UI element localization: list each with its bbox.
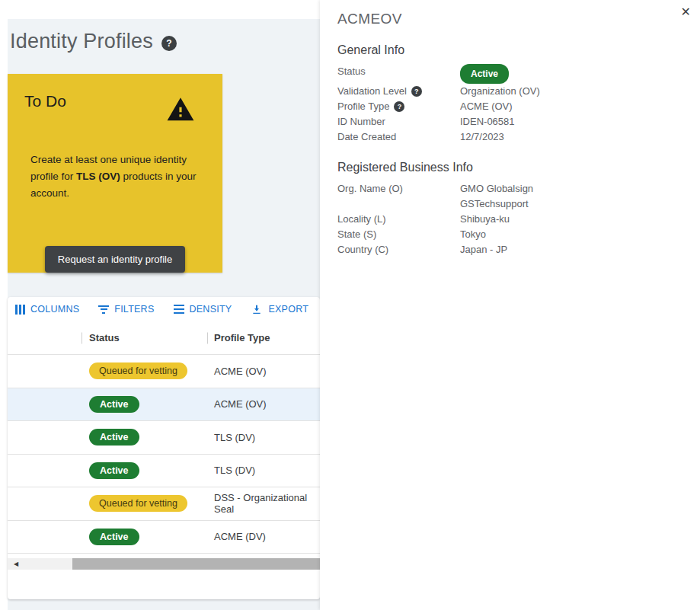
todo-card: To Do Create at least one unique identit… [8,74,222,273]
filters-button[interactable]: FILTERS [98,304,154,315]
table-row[interactable]: Queued for vetting DSS - Organizational … [8,487,320,521]
profile-type-cell: ACME (DV) [207,531,320,542]
density-button-label: DENSITY [190,304,232,315]
status-badge: Queued for vetting [89,362,187,379]
panel-sections: General Info Status Active Validation Le… [337,43,685,257]
info-value: Shibuya-ku [460,212,685,227]
info-label: Org. Name (O) [337,181,403,196]
profile-detail-panel: ✕ ACMEOV General Info Status Active Vali… [320,0,700,610]
info-label: Locality (L) [337,212,386,227]
table-row[interactable]: Active TLS (DV) [8,421,320,455]
info-label: Country (C) [337,242,388,257]
table-body: Queued for vetting ACME (OV) Active ACME… [8,355,320,554]
download-icon [251,303,263,315]
profile-type-cell: ACME (OV) [207,366,320,377]
identity-profiles-page: Identity Profiles ? To Do Create at leas… [8,19,320,610]
info-label: Status [337,64,366,79]
warning-icon [165,95,197,124]
table-row[interactable]: Active ACME (OV) [8,388,320,422]
scroll-left-arrow[interactable]: ◀ [8,561,18,567]
export-button-label: EXPORT [268,304,308,315]
info-label: Profile Type [337,99,389,114]
todo-card-header: To Do [24,92,206,124]
status-badge: Active [89,396,139,413]
info-value: Tokyo [460,227,685,242]
help-icon[interactable]: ? [394,101,404,112]
column-header-status[interactable]: Status [82,332,207,343]
page-title: Identity Profiles [10,30,153,53]
close-icon[interactable]: ✕ [676,2,695,23]
info-value: IDEN-06581 [460,114,685,129]
todo-title: To Do [24,92,66,110]
filters-button-label: FILTERS [114,304,154,315]
profile-type-cell: TLS (DV) [207,432,320,443]
scrollbar-thumb[interactable] [72,558,320,570]
export-button[interactable]: EXPORT [251,303,308,315]
todo-message: Create at least one unique identity prof… [30,152,201,202]
status-badge: Active [89,529,139,545]
info-value: Active [460,64,685,84]
info-value: GMO GlobalsignGSTechsupport [460,181,685,212]
info-row: Validation Level ? Organization (OV) [337,84,685,99]
status-badge: Active [460,64,509,84]
table-header-row: Status Profile Type [8,321,320,355]
info-value: ACME (OV) [460,99,685,114]
info-row: State (S) Tokyo [337,227,685,242]
columns-icon [15,305,25,315]
table-row[interactable]: Active TLS (DV) [8,455,320,488]
profile-type-cell: ACME (OV) [207,398,320,410]
info-label: State (S) [337,227,376,242]
info-label: Date Created [337,129,396,145]
help-icon[interactable]: ? [411,86,422,97]
info-row: Country (C) Japan - JP [337,242,685,257]
section-rows: Status Active Validation Level ? Organiz… [337,64,685,145]
help-icon[interactable]: ? [161,36,177,51]
info-label: ID Number [337,114,385,129]
status-badge: Active [89,429,139,446]
table-toolbar: COLUMNS FILTERS DENSITY EXPORT [8,297,320,321]
info-row: ID Number IDEN-06581 [337,114,685,129]
info-row: Locality (L) Shibuya-ku [337,212,685,227]
request-identity-profile-button[interactable]: Request an identity profile [45,246,185,273]
info-value: 12/7/2023 [460,129,685,145]
section-heading: General Info [337,43,685,57]
info-value: Japan - JP [460,242,685,257]
section-heading: Registered Business Info [337,161,685,174]
page-header: Identity Profiles ? [8,19,320,53]
filter-icon [98,305,109,314]
columns-button[interactable]: COLUMNS [15,304,79,315]
panel-title: ACMEOV [337,11,685,27]
density-icon [174,305,184,315]
section-rows: Org. Name (O) GMO GlobalsignGSTechsuppor… [337,181,685,257]
status-badge: Active [89,462,139,479]
table-row[interactable]: Queued for vetting ACME (OV) [8,355,320,388]
info-row: Date Created 12/7/2023 [337,129,685,145]
profile-type-cell: TLS (DV) [207,465,320,476]
status-badge: Queued for vetting [89,495,187,512]
info-row: Profile Type ? ACME (OV) [337,99,685,114]
density-button[interactable]: DENSITY [174,304,232,315]
panel-section: Registered Business Info Org. Name (O) G… [337,161,685,257]
profile-type-cell: DSS - Organizational Seal [207,492,320,515]
info-row: Org. Name (O) GMO GlobalsignGSTechsuppor… [337,181,685,212]
identity-profiles-table-card: COLUMNS FILTERS DENSITY EXPORT [8,297,320,599]
info-label: Validation Level [337,84,407,99]
horizontal-scrollbar[interactable]: ◀ [8,558,320,570]
info-value: Organization (OV) [460,84,685,99]
page: Identity Profiles ? To Do Create at leas… [0,0,700,610]
info-row: Status Active [337,64,685,84]
table-row[interactable]: Active ACME (DV) [8,521,320,554]
todo-message-bold: TLS (OV) [76,171,120,182]
columns-button-label: COLUMNS [30,304,79,315]
column-header-profile-type[interactable]: Profile Type [207,332,320,343]
panel-section: General Info Status Active Validation Le… [337,43,685,145]
